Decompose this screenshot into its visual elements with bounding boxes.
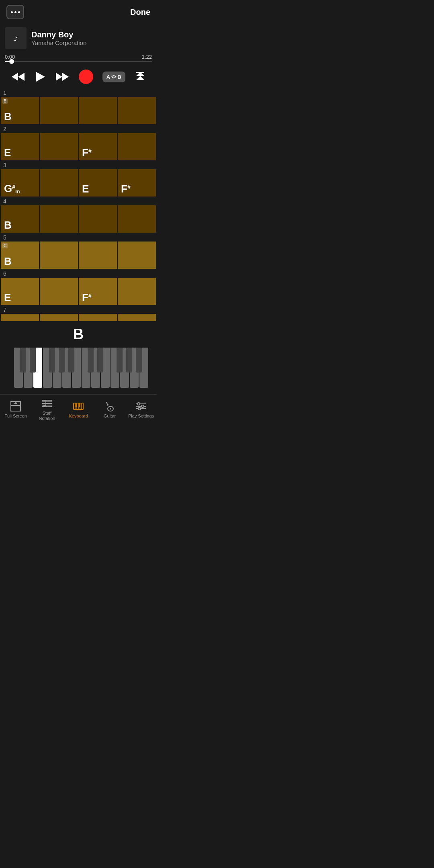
now-playing: ♪ Danny Boy Yamaha Corporation: [0, 24, 157, 52]
progress-section: 0:00 1:22: [0, 52, 157, 66]
chord-cell[interactable]: [118, 133, 156, 160]
chord-grid-2: E F#: [0, 133, 157, 160]
measure-number-2: 2: [0, 124, 157, 133]
rewind-button[interactable]: [11, 71, 25, 82]
dots-icon: [11, 11, 20, 13]
chord-cell[interactable]: E: [1, 278, 39, 305]
header: Done: [0, 0, 157, 24]
section-marker: C: [2, 243, 8, 248]
tab-fullscreen[interactable]: Full Screen: [0, 398, 31, 421]
chord-cell[interactable]: B: [1, 205, 39, 233]
chord-cell[interactable]: [79, 205, 117, 233]
sharp-sup: #: [88, 293, 92, 299]
svg-point-17: [43, 405, 46, 407]
section-marker: B: [2, 98, 8, 104]
ab-repeat-button[interactable]: A B: [102, 72, 125, 82]
minor-sub: m: [15, 189, 20, 194]
ab-arrow-icon: [111, 74, 117, 79]
chord-cell[interactable]: B B: [1, 97, 39, 124]
time-row: 0:00 1:22: [5, 54, 152, 60]
tab-keyboard[interactable]: Keyboard: [63, 398, 94, 421]
score-top-icon: [135, 71, 146, 82]
chord-cell[interactable]: E: [79, 169, 117, 197]
black-key-10[interactable]: [136, 348, 142, 373]
chord-label: F#: [82, 292, 92, 303]
chord-cell[interactable]: [40, 278, 78, 305]
chord-cell[interactable]: C B: [1, 242, 39, 269]
svg-marker-2: [36, 72, 45, 82]
measure-number-5: 5: [0, 233, 157, 242]
black-key-9[interactable]: [126, 348, 132, 373]
chord-cell[interactable]: [40, 133, 78, 160]
tab-staff-label: StaffNotation: [39, 411, 55, 421]
black-key-5[interactable]: [68, 348, 74, 373]
progress-bar[interactable]: [5, 61, 152, 62]
chord-cell[interactable]: F#: [118, 169, 156, 197]
staff-icon: [41, 398, 53, 409]
record-button[interactable]: [79, 70, 93, 84]
chord-cell[interactable]: F#: [79, 133, 117, 160]
fast-forward-icon: [55, 71, 70, 82]
black-key-1[interactable]: [20, 348, 26, 373]
black-key-4[interactable]: [59, 348, 65, 373]
track-info: Danny Boy Yamaha Corporation: [31, 30, 152, 46]
chord-cell[interactable]: [118, 97, 156, 124]
tab-playsettings[interactable]: Play Settings: [125, 398, 157, 421]
svg-rect-8: [136, 72, 144, 73]
chord-label: G#m: [4, 183, 20, 194]
chord-cell[interactable]: G#m: [1, 169, 39, 197]
chord-cell[interactable]: [79, 97, 117, 124]
chord-cell[interactable]: [118, 205, 156, 233]
tab-guitar[interactable]: Guitar: [94, 398, 125, 421]
chord-cell[interactable]: [79, 314, 117, 321]
chord-cell[interactable]: [40, 169, 78, 197]
svg-point-36: [141, 405, 144, 407]
chord-cell[interactable]: [79, 242, 117, 269]
svg-point-35: [137, 403, 140, 405]
keyboard-icon: [73, 401, 84, 412]
black-key-8[interactable]: [117, 348, 123, 373]
chord-grid-5: C B: [0, 242, 157, 269]
chord-cell[interactable]: [40, 242, 78, 269]
score-top-button[interactable]: [135, 71, 146, 82]
done-button[interactable]: Done: [130, 8, 150, 17]
chord-label: B: [4, 111, 12, 122]
sharp-sup: #: [12, 184, 15, 190]
rewind-icon: [11, 71, 25, 82]
sharp-sup: #: [127, 184, 131, 190]
measure-number-7: 7: [0, 305, 157, 314]
chord-cell[interactable]: [40, 97, 78, 124]
black-key-6[interactable]: [88, 348, 94, 373]
chord-cell[interactable]: [40, 205, 78, 233]
chord-cell[interactable]: F#: [79, 278, 117, 305]
album-art: ♪: [5, 27, 27, 49]
piano-keyboard[interactable]: [14, 348, 143, 388]
measure-row-2: 2 E F#: [0, 124, 157, 160]
svg-point-37: [138, 407, 141, 410]
svg-rect-25: [76, 403, 77, 407]
svg-marker-4: [62, 73, 69, 81]
track-title: Danny Boy: [31, 30, 152, 39]
measure-row-1: 1 B B: [0, 88, 157, 124]
chord-cell[interactable]: [118, 242, 156, 269]
measure-row-7: 7: [0, 305, 157, 321]
chord-cell[interactable]: [118, 278, 156, 305]
measure-row-4: 4 B: [0, 197, 157, 233]
svg-marker-5: [115, 76, 117, 78]
play-button[interactable]: [35, 71, 46, 82]
black-key-2[interactable]: [30, 348, 36, 373]
chord-cell[interactable]: [1, 314, 39, 321]
measure-row-5: 5 C B: [0, 233, 157, 269]
tab-playsettings-label: Play Settings: [128, 414, 154, 419]
menu-button[interactable]: [6, 5, 24, 19]
black-key-7[interactable]: [97, 348, 103, 373]
fast-forward-button[interactable]: [55, 71, 70, 82]
black-key-3[interactable]: [49, 348, 55, 373]
chord-cell[interactable]: [118, 314, 156, 321]
chord-cell[interactable]: [40, 314, 78, 321]
chord-cell[interactable]: E: [1, 133, 39, 160]
tab-staff[interactable]: StaffNotation: [31, 398, 63, 421]
chord-grid-7: [0, 314, 157, 321]
tab-fullscreen-label: Full Screen: [4, 414, 27, 419]
chord-label: E: [82, 184, 89, 194]
